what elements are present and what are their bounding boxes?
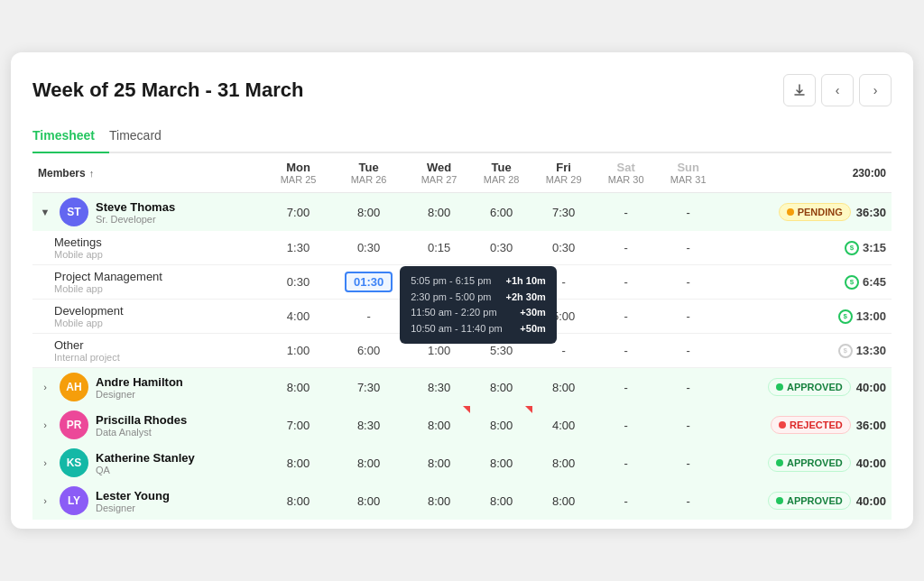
col-tue26: Tue MAR 26 — [329, 153, 408, 193]
member-role-lester: Designer — [96, 503, 170, 513]
member-row-katherine: › KS Katherine Stanley QA 8:00 8:00 8:00… — [32, 444, 892, 482]
pm-circle: $ — [845, 275, 859, 290]
chevron-icon-steve[interactable]: ▼ — [38, 205, 52, 219]
katherine-total-hours: 40:00 — [856, 456, 886, 470]
red-corner-wed — [463, 406, 470, 413]
katherine-tue28: 8:00 — [470, 444, 532, 482]
sub-cell-dev: Development Mobile app — [32, 300, 267, 334]
tabs: Timesheet Timecard — [32, 121, 892, 153]
status-badge-katherine: APPROVED — [768, 454, 851, 472]
lester-sat: - — [595, 482, 657, 520]
prev-button[interactable]: ‹ — [821, 74, 854, 106]
sub-cell-other: Other Internal project — [32, 334, 267, 368]
meetings-total: $ 3:15 — [719, 231, 892, 265]
chevron-icon-lester[interactable]: › — [38, 493, 52, 508]
col-fri: Fri MAR 29 — [532, 153, 595, 193]
download-button[interactable] — [783, 74, 816, 106]
other-mon: 1:00 — [267, 334, 329, 368]
avatar-steve: ST — [60, 198, 88, 226]
members-header: Members ↑ — [32, 153, 267, 193]
andre-tue28: 8:00 — [470, 368, 532, 407]
lester-mon: 8:00 — [267, 482, 329, 520]
member-cell-steve: ▼ ST Steve Thomas Sr. Developer — [32, 193, 267, 232]
chevron-icon-andre[interactable]: › — [38, 380, 52, 394]
pm-mon: 0:30 — [267, 265, 329, 300]
sort-icon: ↑ — [89, 168, 95, 179]
andre-total-hours: 40:00 — [856, 381, 886, 394]
member-role-andre: Designer — [96, 389, 183, 400]
project-name-other: Other — [54, 338, 262, 352]
grand-total: 230:00 — [719, 153, 892, 193]
pm-selected-cell[interactable]: 01:30 — [345, 272, 393, 292]
approved-dot-andre — [776, 383, 783, 391]
status-badge-steve: PENDING — [779, 203, 851, 221]
chevron-icon-priscilla[interactable]: › — [38, 418, 52, 432]
other-tue28: 5:30 — [470, 334, 532, 368]
steve-tue28: 6:00 — [470, 193, 532, 232]
pm-total: $ 6:45 — [719, 265, 892, 300]
timesheet-table: Members ↑ Mon MAR 25 Tue MAR 26 Wed MAR … — [32, 153, 892, 520]
col-mon: Mon MAR 25 — [267, 153, 329, 193]
other-wed: 1:00 — [408, 334, 470, 368]
other-fri: - — [532, 334, 595, 368]
member-name-priscilla: Priscilla Rhodes — [96, 413, 187, 427]
member-name-steve: Steve Thomas — [96, 200, 175, 214]
other-sun: - — [657, 334, 719, 368]
member-role-steve: Sr. Developer — [96, 214, 175, 225]
next-button[interactable]: › — [859, 74, 892, 106]
member-row-andre: › AH Andre Hamilton Designer 8:00 7:30 8… — [32, 368, 892, 407]
andre-wed: 8:30 — [408, 368, 470, 407]
lester-total: APPROVED 40:00 — [719, 482, 892, 520]
pm-tue26-tooltip-container: 01:30 5:05 pm - 6:15 pm +1h 10m 2:30 pm … — [345, 275, 393, 289]
col-wed: Wed MAR 27 — [408, 153, 470, 193]
lester-fri: 8:00 — [532, 482, 595, 520]
pm-tue26: 01:30 5:05 pm - 6:15 pm +1h 10m 2:30 pm … — [329, 265, 408, 300]
priscilla-mon: 7:00 — [267, 406, 329, 444]
lester-sun: - — [657, 482, 719, 520]
sub-row-meetings: Meetings Mobile app 1:30 0:30 0:15 0:30 … — [32, 231, 892, 265]
dev-fri: 5:00 — [532, 300, 595, 334]
andre-sun: - — [657, 368, 719, 407]
priscilla-tue28: 8:00 — [470, 406, 532, 444]
col-sat: Sat MAR 30 — [595, 153, 657, 193]
avatar-lester: LY — [60, 486, 88, 515]
dev-sun: - — [657, 300, 719, 334]
project-sub-other: Internal project — [54, 352, 262, 363]
page-header: Week of 25 March - 31 March ‹ › — [32, 74, 892, 106]
lester-total-hours: 40:00 — [856, 494, 886, 508]
dev-total: $ 13:00 — [719, 300, 892, 334]
tab-timesheet[interactable]: Timesheet — [32, 121, 109, 153]
dev-tue26: - — [329, 300, 408, 334]
member-name-katherine: Katherine Stanley — [96, 451, 195, 465]
download-icon — [793, 84, 806, 97]
pending-dot — [787, 208, 794, 216]
member-cell-priscilla: › PR Priscilla Rhodes Data Analyst — [32, 406, 267, 444]
project-sub-meetings: Mobile app — [54, 249, 262, 260]
dev-tue28: - — [470, 300, 532, 334]
priscilla-fri: 4:00 — [532, 406, 595, 444]
chevron-icon-katherine[interactable]: › — [38, 456, 52, 470]
member-row-steve: ▼ ST Steve Thomas Sr. Developer 7:00 8:0… — [32, 193, 892, 232]
other-total: $ 13:30 — [719, 334, 892, 368]
status-badge-priscilla: REJECTED — [771, 416, 851, 434]
tab-timecard[interactable]: Timecard — [109, 121, 176, 153]
status-badge-andre: APPROVED — [768, 378, 851, 396]
andre-mon: 8:00 — [267, 368, 329, 407]
avatar-priscilla: PR — [60, 410, 88, 439]
katherine-mon: 8:00 — [267, 444, 329, 482]
steve-total: PENDING 36:30 — [719, 193, 892, 232]
sub-cell-meetings: Meetings Mobile app — [32, 231, 267, 265]
dev-wed: 4:00 — [408, 300, 470, 334]
dev-circle: $ — [838, 309, 853, 324]
lester-tue26: 8:00 — [329, 482, 408, 520]
sub-row-other: Other Internal project 1:00 6:00 1:00 5:… — [32, 334, 892, 368]
meetings-circle: $ — [845, 241, 859, 255]
pm-fri: - — [532, 265, 595, 300]
priscilla-sun: - — [657, 406, 719, 444]
member-cell-katherine: › KS Katherine Stanley QA — [32, 444, 267, 482]
steve-total-hours: 36:30 — [856, 206, 886, 219]
steve-wed: 8:00 — [408, 193, 470, 232]
col-tue28: Tue MAR 28 — [470, 153, 532, 193]
meetings-wed: 0:15 — [408, 231, 470, 265]
status-badge-lester: APPROVED — [768, 492, 851, 510]
